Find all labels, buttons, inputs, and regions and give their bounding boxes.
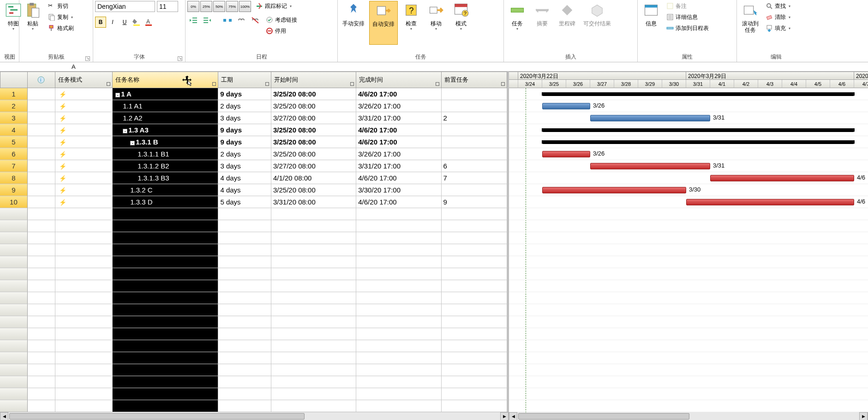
finish-cell[interactable]: 3/31/20 17:00 — [356, 112, 441, 124]
table-row[interactable]: 1⚡-1 A9 days3/25/20 08:004/6/20 17:00 — [0, 88, 507, 100]
task-name-cell[interactable]: 1.1 A1 — [113, 100, 218, 112]
predecessors-cell[interactable] — [442, 280, 507, 292]
table-row[interactable]: 6⚡1.3.1.1 B12 days3/25/20 08:003/26/20 1… — [0, 148, 507, 160]
progress-25-button[interactable]: 25% — [200, 1, 212, 12]
gantt-body[interactable]: 3/263/313/263/314/63/304/6 — [509, 88, 868, 420]
finish-cell[interactable]: 3/26/20 17:00 — [356, 148, 441, 160]
table-row[interactable] — [0, 232, 507, 244]
start-cell[interactable] — [271, 340, 356, 352]
task-name-cell[interactable] — [113, 280, 218, 292]
start-cell[interactable] — [271, 232, 356, 244]
task-name-cell[interactable] — [113, 232, 218, 244]
duration-cell[interactable]: 4 days — [218, 184, 271, 196]
respect-links-button[interactable]: 考虑链接 — [264, 15, 299, 25]
task-name-cell[interactable] — [113, 352, 218, 364]
finish-cell[interactable] — [356, 304, 441, 316]
predecessors-cell[interactable] — [442, 376, 507, 388]
outline-toggle[interactable]: - — [123, 129, 127, 133]
mode-cell[interactable] — [55, 280, 113, 292]
add-to-timeline-button[interactable]: 添加到日程表 — [664, 23, 711, 33]
gantt-task-bar[interactable] — [686, 199, 854, 205]
table-row[interactable] — [0, 280, 507, 292]
cut-button[interactable]: ✂剪切 — [46, 1, 76, 11]
start-cell[interactable] — [271, 400, 356, 412]
auto-schedule-button[interactable]: 自动安排 — [369, 1, 398, 45]
column-header-duration[interactable]: 工期 — [218, 72, 271, 88]
start-cell[interactable]: 3/25/20 08:00 — [271, 184, 356, 196]
notes-button[interactable]: 备注 — [664, 1, 711, 11]
predecessors-cell[interactable] — [442, 352, 507, 364]
predecessors-cell[interactable]: 9 — [442, 196, 507, 208]
table-row[interactable]: 5⚡-1.3.1 B9 days3/25/20 08:004/6/20 17:0… — [0, 136, 507, 148]
duration-cell[interactable]: 5 days — [218, 196, 271, 208]
italic-button[interactable]: I — [107, 17, 118, 28]
gantt-task-bar[interactable] — [590, 163, 710, 169]
paste-button[interactable]: 粘贴 ▾ — [21, 1, 44, 45]
finish-cell[interactable] — [356, 328, 441, 340]
start-cell[interactable] — [271, 256, 356, 268]
duration-cell[interactable] — [218, 352, 271, 364]
finish-cell[interactable] — [356, 268, 441, 280]
duration-cell[interactable]: 3 days — [218, 160, 271, 172]
mode-cell[interactable]: ⚡ — [55, 196, 113, 208]
predecessors-cell[interactable]: 6 — [442, 160, 507, 172]
start-cell[interactable] — [271, 364, 356, 376]
row-number[interactable] — [0, 304, 28, 316]
task-name-cell[interactable]: -1.3.1 B — [113, 136, 218, 148]
predecessors-cell[interactable] — [442, 292, 507, 304]
duration-cell[interactable] — [218, 400, 271, 412]
mode-cell[interactable] — [55, 256, 113, 268]
task-name-cell[interactable]: 1.3.1.1 B1 — [113, 148, 218, 160]
outdent-button[interactable] — [187, 15, 199, 26]
finish-cell[interactable]: 3/31/20 17:00 — [356, 160, 441, 172]
gantt-task-bar[interactable] — [710, 175, 854, 181]
mode-cell[interactable] — [55, 328, 113, 340]
task-name-cell[interactable] — [113, 244, 218, 256]
row-number[interactable]: 1 — [0, 88, 28, 100]
task-name-cell[interactable] — [113, 316, 218, 328]
mode-cell[interactable]: ⚡ — [55, 124, 113, 136]
fill-button[interactable]: 填充▾ — [764, 23, 792, 33]
table-row[interactable]: 4⚡-1.3 A39 days3/25/20 08:004/6/20 17:00 — [0, 124, 507, 136]
start-cell[interactable] — [271, 244, 356, 256]
task-name-cell[interactable] — [113, 400, 218, 412]
table-row[interactable] — [0, 304, 507, 316]
mode-cell[interactable]: ⚡ — [55, 184, 113, 196]
underline-button[interactable]: U — [119, 17, 130, 28]
gantt-task-bar[interactable] — [542, 103, 590, 109]
row-number[interactable]: 7 — [0, 160, 28, 172]
start-cell[interactable] — [271, 328, 356, 340]
duration-cell[interactable] — [218, 232, 271, 244]
table-row[interactable] — [0, 328, 507, 340]
font-size-input[interactable] — [157, 1, 178, 12]
table-row[interactable] — [0, 316, 507, 328]
finish-cell[interactable] — [356, 280, 441, 292]
task-name-cell[interactable] — [113, 304, 218, 316]
duration-cell[interactable] — [218, 256, 271, 268]
mode-cell[interactable] — [55, 304, 113, 316]
finish-cell[interactable] — [356, 352, 441, 364]
finish-cell[interactable]: 4/6/20 17:00 — [356, 172, 441, 184]
table-row[interactable] — [0, 364, 507, 376]
finish-cell[interactable] — [356, 388, 441, 400]
progress-50-button[interactable]: 50% — [213, 1, 225, 12]
link-tasks-button[interactable] — [235, 15, 247, 26]
finish-cell[interactable]: 4/6/20 17:00 — [356, 88, 441, 100]
start-cell[interactable]: 3/25/20 08:00 — [271, 100, 356, 112]
font-name-input[interactable] — [95, 1, 155, 12]
row-number[interactable] — [0, 364, 28, 376]
start-cell[interactable] — [271, 376, 356, 388]
mode-button[interactable]: ? 模式▾ — [449, 1, 473, 45]
duration-cell[interactable]: 2 days — [218, 100, 271, 112]
finish-cell[interactable] — [356, 208, 441, 220]
duration-cell[interactable] — [218, 244, 271, 256]
table-row[interactable]: 3⚡1.2 A23 days3/27/20 08:003/31/20 17:00… — [0, 112, 507, 124]
finish-cell[interactable]: 4/6/20 17:00 — [356, 136, 441, 148]
row-number[interactable]: 10 — [0, 196, 28, 208]
start-cell[interactable] — [271, 268, 356, 280]
column-header-predecessors[interactable]: 前置任务 — [442, 72, 507, 88]
column-header-start[interactable]: 开始时间 — [271, 72, 356, 88]
start-cell[interactable]: 3/27/20 08:00 — [271, 160, 356, 172]
table-row[interactable] — [0, 388, 507, 400]
finish-cell[interactable]: 4/6/20 17:00 — [356, 124, 441, 136]
